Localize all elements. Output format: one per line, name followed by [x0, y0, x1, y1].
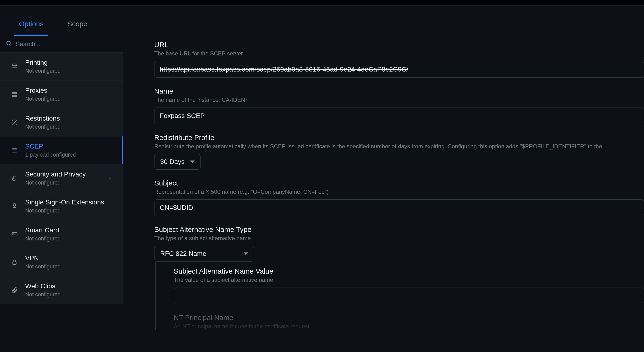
chevron-down-icon — [106, 175, 113, 181]
subject-input[interactable] — [154, 199, 644, 216]
sidebar-item-sublabel: Not configured — [25, 207, 113, 214]
svg-rect-13 — [13, 234, 14, 235]
redistribute-select[interactable]: 30 Days — [154, 154, 200, 170]
sidebar-item-sublabel: Not configured — [25, 263, 113, 270]
sidebar-item-restrictions[interactable]: Restrictions Not configured — [0, 109, 123, 137]
sidebar-item-label: Restrictions — [25, 115, 113, 122]
sidebar-item-label: VPN — [25, 254, 113, 262]
field-label: URL — [154, 41, 644, 49]
sidebar-item-sublabel: Not configured — [25, 179, 100, 186]
svg-rect-5 — [12, 92, 17, 94]
select-value: 30 Days — [160, 158, 184, 166]
sidebar-item-sublabel: Not configured — [25, 96, 113, 102]
lock-icon — [10, 258, 18, 266]
name-input[interactable] — [154, 108, 644, 124]
field-label: Subject Alternative Name Value — [174, 267, 644, 275]
search-input[interactable] — [16, 40, 118, 48]
sidebar-item-smartcard[interactable]: Smart Card Not configured — [0, 220, 123, 248]
field-name: Name The name of the instance: CA-IDENT — [154, 87, 644, 124]
svg-line-1 — [10, 44, 11, 46]
field-desc: The value of a subject alternative name — [174, 277, 644, 283]
smartcard-icon — [10, 230, 18, 238]
paperclip-icon — [10, 286, 18, 294]
sidebar-item-sublabel: Not configured — [25, 291, 113, 298]
field-desc: An NT principal name for use in the cert… — [174, 323, 644, 330]
sidebar-item-sso[interactable]: Single Sign-On Extensions Not configured — [0, 192, 123, 220]
field-label: Name — [154, 87, 644, 95]
search-container — [0, 36, 123, 53]
field-label: Subject Alternative Name Type — [154, 225, 644, 234]
field-san-type: Subject Alternative Name Type The type o… — [154, 225, 644, 330]
san-type-select[interactable]: RFC 822 Name — [154, 246, 254, 262]
sidebar-item-sublabel: Not configured — [25, 124, 113, 130]
sidebar-item-label: Web Clips — [25, 282, 113, 290]
sidebar-item-webclips[interactable]: Web Clips Not configured — [0, 276, 123, 304]
sidebar-item-label: Security and Privacy — [25, 171, 100, 178]
field-subject: Subject Representation of a X.500 name (… — [154, 179, 644, 216]
field-desc: The base URL for the SCEP server — [154, 50, 644, 57]
sidebar-item-proxies[interactable]: Proxies Not configured — [0, 81, 123, 109]
tab-scope[interactable]: Scope — [62, 14, 92, 36]
sidebar: Printing Not configured Proxies Not conf… — [0, 36, 124, 352]
sidebar-item-sublabel: Not configured — [25, 68, 113, 74]
field-redistribute: Redistribute Profile Redistribute the pr… — [154, 134, 644, 170]
svg-rect-7 — [12, 95, 17, 96]
field-url: URL The base URL for the SCEP server htt… — [154, 41, 644, 78]
sso-icon — [10, 202, 18, 210]
field-label: Redistribute Profile — [154, 134, 644, 142]
field-desc: The type of a subject alternative name — [154, 235, 644, 242]
hand-icon — [10, 174, 18, 182]
caret-down-icon — [244, 250, 248, 257]
sidebar-item-security[interactable]: Security and Privacy Not configured — [0, 165, 123, 192]
field-nt-principal: NT Principal Name An NT principal name f… — [174, 314, 644, 330]
sidebar-item-scep[interactable]: SCEP 1 payload configured — [0, 137, 123, 165]
select-value: RFC 822 Name — [160, 250, 238, 257]
restrictions-icon — [10, 118, 18, 127]
sidebar-item-label: Single Sign-On Extensions — [25, 198, 113, 206]
field-label: NT Principal Name — [174, 314, 644, 322]
sidebar-item-label: Proxies — [25, 87, 113, 94]
sidebar-item-label: Smart Card — [25, 226, 113, 234]
field-san-value: Subject Alternative Name Value The value… — [174, 267, 644, 304]
tabbar: Options Scope — [0, 6, 644, 36]
sidebar-item-label: SCEP — [25, 143, 113, 150]
svg-line-9 — [13, 121, 16, 124]
content-pane: URL The base URL for the SCEP server htt… — [124, 36, 644, 352]
sidebar-item-sublabel: 1 payload configured — [25, 152, 113, 158]
sidebar-item-printing[interactable]: Printing Not configured — [0, 53, 123, 81]
svg-point-0 — [7, 41, 10, 45]
san-value-input[interactable] — [174, 288, 644, 304]
field-desc: Redistribute the profile automatically w… — [154, 143, 644, 150]
printer-icon — [10, 62, 18, 71]
scep-icon — [10, 146, 18, 155]
svg-rect-10 — [12, 149, 17, 152]
svg-rect-4 — [13, 67, 16, 69]
svg-rect-6 — [12, 94, 17, 95]
field-desc: Representation of a X.500 name (e.g. "O=… — [154, 188, 644, 195]
search-icon — [6, 40, 12, 48]
url-value: https://api.foxbass.foxpass.com/scep/269… — [160, 66, 408, 73]
sidebar-item-vpn[interactable]: VPN Not configured — [0, 248, 123, 276]
field-desc: The name of the instance: CA-IDENT — [154, 97, 644, 103]
caret-down-icon — [190, 158, 194, 166]
svg-rect-14 — [13, 262, 16, 264]
sidebar-item-label: Printing — [25, 59, 113, 66]
sidebar-item-sublabel: Not configured — [25, 235, 113, 242]
field-label: Subject — [154, 179, 644, 187]
proxies-icon — [10, 90, 18, 99]
tab-options[interactable]: Options — [14, 14, 48, 36]
url-input[interactable]: https://api.foxbass.foxpass.com/scep/269… — [154, 61, 644, 78]
